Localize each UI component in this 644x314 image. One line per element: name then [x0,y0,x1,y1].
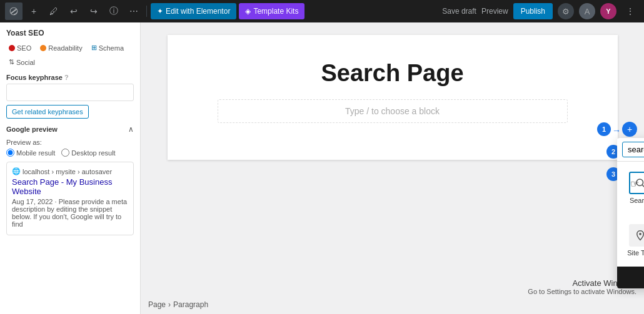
block-inserter-search-area: × [617,138,644,162]
block-grid: Search H Heading Site Tagline [617,162,644,267]
edit-elementor-label: Edit with Elementor [166,7,230,16]
help-icon: ? [64,74,69,81]
breadcrumb-separator: › [168,300,171,309]
schema-grid-icon: ⊞ [91,44,97,52]
tools-button[interactable]: 🖊 [45,2,63,20]
readability-dot [40,45,46,51]
tab-readability[interactable]: Readability [38,42,84,53]
google-preview-header: Google preview ∧ [6,125,134,134]
activate-windows-subtitle: Go to Settings to activate Windows. [528,288,636,295]
search-block-label: Search [630,197,644,204]
info-button[interactable]: ⓘ [105,2,123,20]
block-search-input[interactable] [622,142,644,157]
svg-point-5 [639,233,641,235]
step-1-arrow: → [612,125,621,135]
editor-area: Search Page Type / to choose a block ↻ 1… [141,22,644,314]
breadcrumb-paragraph: Paragraph [173,300,208,309]
redo-button[interactable]: ↪ [85,2,103,20]
collapse-icon[interactable]: ∧ [128,125,134,134]
mobile-result-option[interactable]: Mobile result [6,149,55,157]
wp-logo-icon[interactable] [5,2,23,20]
add-block-button[interactable]: + [25,2,43,20]
readability-tab-label: Readability [48,44,82,52]
toolbar-left: + 🖊 ↩ ↪ ⓘ ⋯ ✦ Edit with Elementor ◈ Temp… [5,2,304,20]
seo-dot [9,45,15,51]
settings-icon-button[interactable]: ⚙ [558,3,574,19]
yoast-sidebar: Yoast SEO SEO Readability ⊞ Schema ⇅ Soc… [0,22,141,314]
elementor-icon: ✦ [157,7,163,16]
preview-radio-group: Mobile result Desktop result [6,149,134,157]
yoast-tabs: SEO Readability ⊞ Schema ⇅ Social [6,42,134,67]
svg-point-0 [636,179,643,186]
toolbar-right: Save draft Preview Publish ⚙ A Y ⋮ [442,2,639,20]
focus-keyphrase-input[interactable] [6,84,134,101]
template-kits-button[interactable]: ◈ Template Kits [239,3,304,19]
social-icon: ⇅ [9,58,14,66]
divider [146,6,147,17]
site-title-block-label: Site Title [627,249,644,257]
search-block-icon [629,172,644,194]
publish-button[interactable]: Publish [513,3,553,19]
template-kits-icon: ◈ [245,7,251,16]
seo-tab-label: SEO [17,44,31,52]
block-item-search[interactable]: Search [623,168,644,215]
yoast-title: Yoast SEO [6,29,134,37]
block-placeholder[interactable]: Type / to choose a block [218,99,568,123]
floating-add-button[interactable]: + [622,122,637,137]
tab-social[interactable]: ⇅ Social [6,57,38,67]
step-1-circle: 1 [597,122,611,136]
preview-as-label: Preview as: [6,139,134,146]
preview-button[interactable]: Preview [481,7,508,16]
tab-schema[interactable]: ⊞ Schema [89,42,126,53]
save-draft-button[interactable]: Save draft [442,7,476,16]
user-avatar[interactable]: A [579,3,595,19]
site-title-block-icon [629,224,644,247]
block-item-site-title[interactable]: Site Title [623,220,644,260]
template-kits-label: Template Kits [253,7,298,16]
focus-keyphrase-label: Focus keyphrase ? [6,74,134,81]
top-toolbar: + 🖊 ↩ ↪ ⓘ ⋯ ✦ Edit with Elementor ◈ Temp… [0,0,644,22]
yoast-icon-button[interactable]: Y [600,3,616,19]
get-related-keyphrases-button[interactable]: Get related keyphrases [6,105,89,119]
desktop-result-option[interactable]: Desktop result [61,149,115,157]
page-canvas: Search Page Type / to choose a block [168,35,618,160]
edit-elementor-button[interactable]: ✦ Edit with Elementor [151,3,236,19]
page-title[interactable]: Search Page [218,60,568,87]
browse-all-button[interactable]: Browse all [617,267,644,288]
tab-seo[interactable]: SEO [6,42,34,53]
desktop-result-radio[interactable] [61,149,69,157]
social-tab-label: Social [16,59,35,66]
schema-tab-label: Schema [99,44,124,52]
preview-link[interactable]: Search Page - My Business Website [12,177,128,196]
breadcrumb: Page › Paragraph [148,300,208,309]
preview-url: 🌐 localhost › mysite › autosaver [12,167,128,175]
google-preview-label: Google preview [6,125,58,133]
more-options-button[interactable]: ⋯ [125,2,143,20]
block-inserter-popup: × Search H Heading [617,138,644,288]
breadcrumb-page: Page [148,300,166,309]
mobile-result-radio[interactable] [6,149,14,157]
main-layout: Yoast SEO SEO Readability ⊞ Schema ⇅ Soc… [0,22,644,314]
undo-button[interactable]: ↩ [65,2,83,20]
more-menu-button[interactable]: ⋮ [621,2,639,20]
google-preview-card: 🌐 localhost › mysite › autosaver Search … [6,162,134,235]
preview-date: Aug 17, 2022 · Please provide a meta des… [12,198,128,228]
